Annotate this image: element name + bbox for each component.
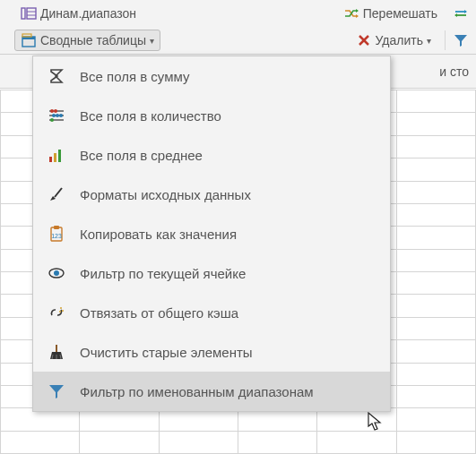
delete-label: Удалить — [376, 33, 423, 47]
filter-icon[interactable] — [453, 32, 469, 48]
brush-icon — [46, 184, 67, 205]
svg-point-14 — [52, 114, 56, 117]
chevron-down-icon: ▾ — [150, 36, 154, 46]
pivot-tables-dropdown: Все поля в сумму Все поля в количество В… — [32, 56, 391, 412]
cursor-icon — [368, 412, 384, 432]
menu-unlink-cache[interactable]: Отвязать от общего кэша — [33, 293, 390, 332]
svg-rect-19 — [54, 153, 56, 162]
shuffle-label: Перемешать — [363, 6, 437, 21]
pivot-tables-button[interactable]: Сводные таблицы ▾ — [14, 30, 160, 51]
funnel-icon — [46, 381, 67, 402]
unlink-icon — [46, 302, 67, 323]
svg-point-13 — [54, 109, 57, 113]
svg-rect-1 — [27, 8, 36, 19]
shuffle-icon — [343, 5, 359, 21]
svg-point-29 — [59, 311, 61, 313]
menu-copy-as-values[interactable]: 123 Копировать как значения — [33, 214, 390, 253]
separator — [445, 30, 446, 50]
menu-all-fields-count[interactable]: Все поля в количество — [33, 96, 390, 135]
ribbon: Динам.диапазон Перемешать — [0, 0, 476, 55]
svg-point-17 — [50, 118, 54, 122]
menu-item-label: Все поля в количество — [80, 108, 221, 124]
svg-point-27 — [60, 307, 62, 309]
svg-rect-6 — [22, 34, 31, 37]
clipboard-icon: 123 — [46, 223, 67, 244]
svg-text:123: 123 — [51, 233, 62, 239]
svg-rect-23 — [54, 226, 59, 229]
svg-point-12 — [50, 109, 54, 113]
menu-item-label: Фильтр по текущей ячейке — [80, 266, 246, 281]
menu-all-fields-average[interactable]: Все поля в среднее — [33, 135, 390, 175]
dynamic-range-label: Динам.диапазон — [40, 6, 136, 21]
sigma-icon — [46, 65, 67, 87]
broom-icon — [46, 341, 67, 363]
sync-icon[interactable] — [453, 5, 469, 21]
dynamic-range-button[interactable]: Динам.диапазон — [14, 3, 143, 24]
menu-item-label: Копировать как значения — [80, 227, 237, 242]
menu-item-label: Форматы исходных данных — [80, 187, 251, 202]
menu-filter-named-ranges[interactable]: Фильтр по именованным диапазонам — [33, 372, 390, 411]
delete-icon — [356, 32, 372, 48]
bar-chart-icon — [46, 144, 67, 166]
svg-rect-20 — [58, 150, 61, 162]
menu-item-label: Фильтр по именованным диапазонам — [80, 384, 314, 399]
menu-clear-old-items[interactable]: Очистить старые элементы — [33, 332, 390, 372]
svg-rect-18 — [49, 157, 52, 162]
menu-item-label: Все поля в сумму — [80, 69, 189, 84]
menu-all-fields-sum[interactable]: Все поля в сумму — [33, 56, 390, 96]
chevron-down-icon: ▾ — [427, 36, 431, 46]
menu-item-label: Отвязать от общего кэша — [80, 305, 238, 321]
svg-rect-0 — [22, 8, 25, 19]
menu-source-formats[interactable]: Форматы исходных данных — [33, 175, 390, 214]
svg-line-21 — [55, 188, 62, 197]
svg-point-15 — [56, 114, 59, 117]
menu-item-label: Все поля в среднее — [80, 148, 203, 163]
menu-item-label: Очистить старые элементы — [80, 345, 253, 360]
svg-point-16 — [59, 114, 63, 117]
pivot-tables-label: Сводные таблицы — [40, 33, 146, 47]
range-icon — [21, 5, 37, 21]
abacus-icon — [46, 105, 67, 126]
shuffle-button[interactable]: Перемешать — [337, 3, 444, 24]
eye-icon — [46, 262, 67, 284]
svg-point-28 — [62, 310, 64, 312]
truncated-text: и сто — [439, 64, 469, 79]
delete-button[interactable]: Удалить ▾ — [350, 30, 437, 51]
svg-point-26 — [54, 270, 59, 276]
menu-filter-current-cell[interactable]: Фильтр по текущей ячейке — [33, 253, 390, 293]
pivot-icon — [21, 32, 37, 48]
